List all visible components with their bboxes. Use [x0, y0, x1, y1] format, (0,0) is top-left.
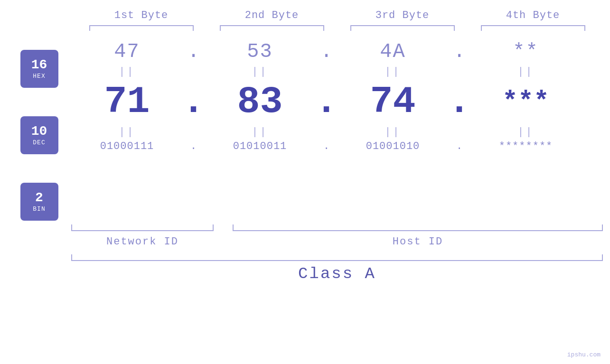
label-gap — [214, 236, 233, 248]
dot-col-dec-2: . — [317, 80, 336, 123]
main-container: 1st Byte 2nd Byte 3rd Byte 4th Byte 16 H… — [0, 0, 610, 364]
bin-val-2: 01010011 — [233, 140, 287, 152]
badge-bin-num: 2 — [35, 191, 43, 205]
eq-dot-2-3 — [450, 123, 469, 140]
bin-val-col-2: 01010011 — [203, 140, 317, 152]
byte-label-1: 1st Byte — [114, 9, 169, 21]
bottom-section: Network ID Host ID — [71, 224, 603, 248]
badge-hex-num: 16 — [31, 58, 47, 73]
bin-val-col-4: ******** — [469, 140, 583, 152]
dot-col-dec-1: . — [184, 80, 203, 123]
dot-col-bin-3: . — [450, 140, 469, 152]
equals-row-2: || || || || — [70, 123, 602, 140]
hex-val-col-3: 4A — [336, 40, 450, 63]
host-bracket — [233, 224, 603, 231]
hex-row: 47 . 53 . 4A . ** — [70, 40, 602, 63]
bracket-top-2 — [220, 25, 324, 31]
bottom-brackets — [71, 224, 603, 232]
badge-dec: 10 DEC — [20, 116, 58, 154]
dec-val-col-1: 71 — [70, 80, 184, 123]
dot-col-hex-3: . — [450, 40, 469, 63]
byte-col-1: 1st Byte — [76, 9, 206, 31]
eq-dot-2-1 — [184, 123, 203, 140]
dot-hex-2: . — [320, 40, 332, 63]
bracket-top-4 — [481, 25, 585, 31]
hex-val-col-4: ** — [469, 40, 583, 63]
dot-col-hex-1: . — [184, 40, 203, 63]
dec-val-1: 71 — [104, 80, 150, 123]
dec-row: 71 . 83 . 74 . *** — [70, 80, 602, 123]
badge-dec-label: DEC — [33, 139, 45, 146]
dec-val-col-3: 74 — [336, 80, 450, 123]
eq-dot-3 — [450, 63, 469, 80]
bracket-top-3 — [350, 25, 455, 31]
dot-col-bin-1: . — [184, 140, 203, 152]
byte-label-3: 3rd Byte — [375, 9, 430, 21]
spacer-dot-eq1 — [583, 63, 602, 80]
content-area: 16 HEX 10 DEC 2 BIN 47 . — [9, 36, 602, 221]
hex-val-2: 53 — [247, 40, 272, 63]
dec-val-col-2: 83 — [203, 80, 317, 123]
dot-dec-2: . — [315, 80, 338, 123]
badge-bin-label: BIN — [33, 205, 45, 213]
byte-label-4: 4th Byte — [506, 9, 560, 21]
dec-val-4: *** — [502, 87, 549, 117]
hex-val-4: ** — [513, 40, 538, 63]
eq-col-2-3: || — [336, 123, 450, 140]
bin-val-4: ******** — [499, 140, 553, 152]
eq-col-1: || — [70, 63, 184, 80]
eq-dot-1 — [184, 63, 203, 80]
byte-col-2: 2nd Byte — [206, 9, 337, 31]
net-bracket — [71, 224, 214, 231]
hex-val-1: 47 — [114, 40, 140, 63]
eq-col-2-1: || — [70, 123, 184, 140]
spacer-dot-eq2 — [583, 123, 602, 140]
eq-dot-2-2 — [317, 123, 336, 140]
badges-col: 16 HEX 10 DEC 2 BIN — [9, 36, 70, 221]
class-bracket-container: Class A — [71, 254, 603, 283]
eq-col-2: || — [203, 63, 317, 80]
bin-val-3: 01001010 — [366, 140, 420, 152]
network-id-label: Network ID — [71, 236, 214, 248]
badge-bin: 2 BIN — [20, 183, 58, 221]
class-bracket-line — [71, 254, 603, 261]
dot-col-bin-2: . — [317, 140, 336, 152]
dot-hex-3: . — [453, 40, 465, 63]
dot-col-hex-2: . — [317, 40, 336, 63]
dec-val-col-4: *** — [469, 87, 583, 117]
host-id-label: Host ID — [233, 236, 603, 248]
badge-dec-num: 10 — [31, 124, 47, 139]
dot-bin-3: . — [456, 140, 462, 152]
byte-label-2: 2nd Byte — [245, 9, 299, 21]
hex-val-col-2: 53 — [203, 40, 317, 63]
eq-dot-2 — [317, 63, 336, 80]
hex-val-col-1: 47 — [70, 40, 184, 63]
eq-col-3: || — [336, 63, 450, 80]
badge-hex-label: HEX — [33, 73, 45, 80]
class-label: Class A — [71, 265, 603, 283]
bin-row: 01000111 . 01010011 . 01001010 . — [70, 140, 602, 152]
bracket-gap — [214, 224, 233, 232]
values-area: 47 . 53 . 4A . ** — [70, 36, 602, 152]
bin-val-col-1: 01000111 — [70, 140, 184, 152]
bin-val-col-3: 01001010 — [336, 140, 450, 152]
equals-row-1: || || || || — [70, 63, 602, 80]
byte-col-3: 3rd Byte — [337, 9, 468, 31]
dot-dec-1: . — [182, 80, 205, 123]
eq-col-2-4: || — [469, 123, 583, 140]
dec-val-3: 74 — [370, 80, 415, 123]
dot-hex-1: . — [188, 40, 199, 63]
dot-bin-2: . — [323, 140, 329, 152]
hex-val-3: 4A — [380, 40, 405, 63]
bracket-top-1 — [89, 25, 194, 31]
byte-headers: 1st Byte 2nd Byte 3rd Byte 4th Byte — [76, 9, 598, 31]
dot-col-dec-3: . — [450, 80, 469, 123]
badge-hex: 16 HEX — [20, 50, 58, 88]
bin-val-1: 01000111 — [100, 140, 154, 152]
eq-col-2-2: || — [203, 123, 317, 140]
dec-val-2: 83 — [237, 80, 282, 123]
byte-col-4: 4th Byte — [468, 9, 598, 31]
dot-bin-1: . — [190, 140, 197, 152]
bottom-labels: Network ID Host ID — [71, 236, 603, 248]
eq-col-4: || — [469, 63, 583, 80]
